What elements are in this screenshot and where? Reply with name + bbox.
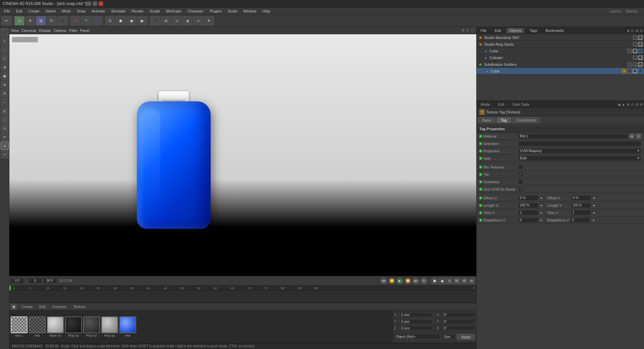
length-v-arrow[interactable]: ▲: [592, 203, 596, 208]
motion-capture[interactable]: M: [453, 278, 460, 284]
material-item-ringsp1[interactable]: Ring Sp: [65, 316, 82, 337]
cube-tool[interactable]: ⬛: [150, 16, 160, 26]
timeline-settings[interactable]: ⚙: [461, 278, 468, 284]
tile-checkbox[interactable]: ✓: [518, 172, 523, 177]
scene-item-cube2[interactable]: ▲ Cube ⌖ ⬛ ⬛ ⬛: [477, 68, 644, 74]
props-tab-edit[interactable]: Edit: [495, 102, 507, 107]
props-tab-userdata[interactable]: User Data: [510, 102, 532, 107]
record-button[interactable]: ⏺: [116, 16, 126, 26]
side-dropdown[interactable]: Both ▼: [518, 156, 641, 161]
length-u-arrow[interactable]: ▲: [540, 203, 543, 208]
repetitions-v-field[interactable]: 0: [570, 217, 590, 223]
render-view-button[interactable]: ⊙: [105, 16, 115, 26]
goto-start-button[interactable]: ⏮: [380, 278, 387, 284]
scene-icon-4[interactable]: ⊘: [640, 29, 643, 33]
menu-snap[interactable]: Snap: [74, 8, 88, 14]
goto-end-button[interactable]: ⏭: [413, 278, 419, 284]
scene-icon-2[interactable]: ⊙: [631, 29, 634, 33]
solo-mode[interactable]: ◎: [1, 107, 9, 115]
props-icon-3[interactable]: ⊘: [635, 102, 638, 107]
keyframe-button[interactable]: ◆: [126, 16, 137, 26]
menu-help[interactable]: Help: [260, 8, 273, 14]
selection-value[interactable]: [518, 141, 641, 146]
viewport-options-menu[interactable]: Options: [54, 29, 66, 33]
repetitions-u-arrow[interactable]: ▲: [540, 217, 543, 223]
scale-button[interactable]: ⊞: [36, 16, 46, 26]
tiles-v-field[interactable]: 1: [571, 210, 591, 215]
uv-mode[interactable]: ⊞: [1, 63, 9, 71]
offset-u-arrow[interactable]: ▲: [540, 195, 543, 201]
props-tab-basic[interactable]: Basic: [478, 117, 496, 123]
z-axis-button[interactable]: Z: [92, 16, 102, 26]
props-icon-1[interactable]: ⊕: [627, 102, 630, 107]
repetitions-u-field[interactable]: 0: [518, 217, 538, 223]
viewport-cameras-menu[interactable]: Cameras: [21, 29, 37, 33]
coord-x-field[interactable]: 0 mm: [399, 312, 432, 317]
repetitions-v-arrow[interactable]: ▲: [592, 217, 595, 223]
props-tab-tag[interactable]: Tag: [496, 117, 511, 123]
close-button[interactable]: ✕: [99, 1, 103, 6]
model-mode[interactable]: ⬛: [1, 28, 9, 36]
material-item-ringsp3[interactable]: Ring Sp: [101, 316, 118, 337]
scene-tab-file[interactable]: File: [478, 28, 489, 33]
undo-button[interactable]: ↩: [1, 16, 11, 26]
menu-mesh[interactable]: Mesh: [59, 8, 73, 14]
menu-sculpt[interactable]: Sculpt: [147, 8, 163, 14]
offset-v-arrow[interactable]: ▲: [593, 195, 596, 201]
timeline-ruler[interactable]: 0 5 10 15 20 25 30 35 40 45 50 55 60 65 …: [9, 286, 476, 291]
props-tab-coordinates[interactable]: Coordinates: [512, 117, 540, 123]
scene-icon-3[interactable]: ⊕: [635, 29, 638, 33]
scene-tab-edit[interactable]: Edit: [492, 28, 504, 33]
move-button[interactable]: ✛: [25, 16, 35, 26]
loop-button[interactable]: ↻: [421, 278, 427, 284]
menu-select[interactable]: Select: [43, 8, 59, 14]
props-icon-2[interactable]: ⊙: [631, 102, 634, 107]
object-rel-dropdown[interactable]: Object (Rel) ▼: [394, 334, 441, 339]
viewport-view-menu[interactable]: View: [11, 29, 19, 33]
prev-frame-button[interactable]: ⏪: [388, 278, 395, 284]
coord-p-field[interactable]: 0°: [442, 319, 475, 324]
curve-editor[interactable]: ≋: [468, 278, 475, 284]
current-frame-field[interactable]: 0 F: [11, 278, 24, 284]
mat-tab-texture[interactable]: Texture: [71, 304, 87, 309]
viewport-icon-2[interactable]: ⊙: [466, 28, 469, 33]
viewport-canvas[interactable]: Window Stop: [9, 34, 476, 276]
offset-v-field[interactable]: 0 %: [571, 195, 591, 201]
play-button[interactable]: ▶: [396, 278, 403, 284]
scene-icon-1[interactable]: ◈: [627, 29, 630, 33]
props-nav-back[interactable]: ◀: [618, 102, 620, 107]
size-field[interactable]: Size: [442, 334, 455, 339]
deform-tool[interactable]: ⊸: [1, 150, 9, 158]
point-mode[interactable]: •: [1, 37, 9, 45]
scene-tab-objects[interactable]: Objects: [506, 28, 524, 33]
viewport-filter-menu[interactable]: Filter: [69, 29, 77, 33]
sculpt-tool[interactable]: ⌀: [1, 142, 9, 150]
scene-item-cube1[interactable]: ▲ Cube ⬛ ⬛ ⬛: [477, 48, 644, 54]
uvwbump-checkbox[interactable]: ✓: [518, 187, 523, 192]
menu-script[interactable]: Script: [225, 8, 240, 14]
loop-end[interactable]: 90 F: [43, 278, 57, 284]
mat-panel-toggle[interactable]: ▣: [11, 304, 17, 310]
y-axis-button[interactable]: Y: [81, 16, 91, 26]
scene-item-ringspots[interactable]: ◉ Studio Ring Spots ⬛ ⬛: [477, 41, 644, 48]
key-button[interactable]: ◆: [439, 278, 445, 284]
length-v-field[interactable]: 100 %: [571, 203, 591, 208]
menu-file[interactable]: File: [1, 8, 13, 14]
length-u-field[interactable]: 100 %: [518, 203, 538, 208]
next-frame-button[interactable]: ⏩: [405, 278, 411, 284]
coord-z-field[interactable]: 0 mm: [399, 326, 432, 331]
tiles-v-arrow[interactable]: ▲: [592, 210, 596, 215]
maximize-button[interactable]: □: [93, 1, 97, 6]
props-nav-up[interactable]: ▲: [622, 102, 625, 107]
mix-checkbox[interactable]: [518, 165, 523, 169]
menu-window[interactable]: Window: [240, 8, 259, 14]
scene-tab-tags[interactable]: Tags: [527, 28, 540, 33]
axis-tool[interactable]: ↕: [1, 98, 9, 106]
deform-button[interactable]: ≋: [161, 16, 171, 26]
snap-tool[interactable]: ⧉: [1, 89, 9, 97]
light-button[interactable]: ✦: [204, 16, 214, 26]
live-select[interactable]: ⊙: [1, 124, 9, 132]
mat-tab-edit[interactable]: Edit: [37, 304, 48, 309]
viewport-display-menu[interactable]: Display: [39, 29, 51, 33]
loop-start[interactable]: 0: [29, 278, 42, 284]
